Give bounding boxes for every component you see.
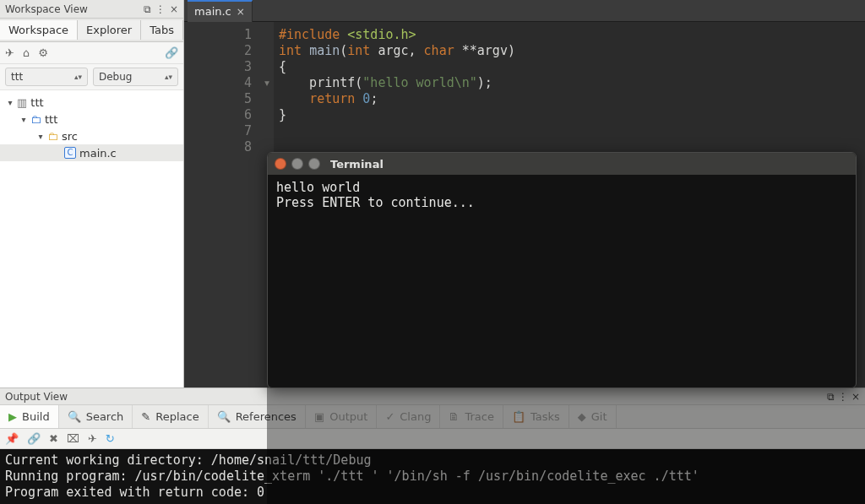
- workspace-view-title: Workspace View: [5, 3, 88, 15]
- magnifier-icon: 🔍: [68, 410, 81, 423]
- tree-twisty-icon[interactable]: ▾: [19, 115, 29, 124]
- sidebar-tabbar: Workspace Explorer Tabs ◂▸: [0, 19, 183, 42]
- editor-tab-main-c[interactable]: main.c ×: [188, 0, 253, 22]
- output-tab-label: Output: [329, 410, 367, 423]
- sidebar-toolbar: ✈ ⌂ ⚙ 🔗: [0, 42, 183, 64]
- panel-menu-icon[interactable]: ⋮: [838, 391, 848, 403]
- output-tab-label: Trace: [465, 410, 494, 423]
- output-tab-label: Git: [591, 410, 607, 423]
- plane-icon[interactable]: ✈: [88, 432, 97, 445]
- tree-node-label: src: [62, 130, 78, 143]
- tree-node-ttt[interactable]: ▾▥ttt: [0, 94, 183, 111]
- output-tab-search[interactable]: 🔍Search: [59, 405, 133, 428]
- tree-node-main-c[interactable]: Cmain.c: [0, 144, 183, 161]
- x-icon[interactable]: ✖: [49, 432, 58, 445]
- clear-icon[interactable]: ⌧: [67, 432, 79, 445]
- tree-node-src[interactable]: ▾🗀src: [0, 127, 183, 144]
- output-tab-replace[interactable]: ✎Replace: [133, 405, 208, 428]
- output-tab-trace[interactable]: 🗎Trace: [440, 405, 503, 428]
- output-tab-build[interactable]: ▶Build: [0, 405, 59, 428]
- git-dim-icon: ◆: [578, 410, 586, 423]
- tree-node-label: ttt: [30, 96, 43, 109]
- panel-detach-icon[interactable]: ⧉: [827, 391, 835, 403]
- sidebar-tab-workspace[interactable]: Workspace: [0, 20, 78, 40]
- output-tab-label: Tasks: [530, 410, 560, 423]
- panel-detach-icon[interactable]: ⧉: [141, 3, 153, 15]
- page-dim-icon: 🗎: [449, 410, 460, 423]
- link-icon[interactable]: 🔗: [165, 46, 178, 59]
- check-dim-icon: ✓: [385, 410, 394, 423]
- tree-twisty-icon[interactable]: ▾: [5, 98, 15, 107]
- output-tab-clang[interactable]: ✓Clang: [377, 405, 440, 428]
- line-number-gutter: 1 2 3 4 5 6 7 8: [184, 22, 260, 387]
- panel-close-icon[interactable]: ×: [851, 391, 860, 403]
- tree-twisty-icon[interactable]: ▾: [35, 132, 46, 141]
- window-close-button[interactable]: [275, 158, 286, 170]
- workspace-view-titlebar: Workspace View ⧉ ⋮ ×: [0, 0, 183, 19]
- output-text[interactable]: Current working directory: /home/snail/t…: [0, 449, 865, 504]
- panel-menu-icon[interactable]: ⋮: [155, 3, 166, 15]
- config-selector[interactable]: Debug ▴▾: [93, 68, 178, 86]
- output-tab-label: References: [236, 410, 296, 423]
- folder-yellow-icon: 🗀: [47, 130, 58, 143]
- output-tab-label: Search: [86, 410, 124, 423]
- terminal-title: Terminal: [330, 158, 384, 171]
- project-tree[interactable]: ▾▥ttt▾🗀ttt▾🗀srcCmain.c: [0, 90, 183, 387]
- home-icon[interactable]: ⌂: [23, 46, 30, 59]
- project-selector-value: ttt: [11, 71, 23, 83]
- terminal-body[interactable]: hello world Press ENTER to continue...: [268, 175, 856, 215]
- output-tab-tasks[interactable]: 📋Tasks: [503, 405, 569, 428]
- terminal-titlebar[interactable]: Terminal: [268, 153, 856, 175]
- pin-icon[interactable]: 📌: [5, 432, 19, 445]
- magnifier-icon: 🔍: [217, 410, 231, 423]
- output-tab-label: Build: [22, 410, 50, 423]
- sidebar-selectors: ttt ▴▾ Debug ▴▾: [0, 64, 183, 90]
- output-toolbar: 📌 🔗 ✖ ⌧ ✈ ↻: [0, 429, 865, 449]
- pencil-icon: ✎: [141, 410, 150, 423]
- terminal-window[interactable]: Terminal hello world Press ENTER to cont…: [267, 152, 857, 388]
- clipboard-dim-icon: 📋: [512, 410, 525, 423]
- play-green-icon: ▶: [8, 410, 17, 423]
- sidebar-tab-tabs[interactable]: Tabs: [141, 20, 183, 40]
- output-tab-label: Replace: [155, 410, 199, 423]
- window-maximize-button[interactable]: [308, 158, 320, 170]
- output-tab-references[interactable]: 🔍References: [209, 405, 306, 428]
- editor-tab-label: main.c: [194, 5, 231, 18]
- terminal-dim-icon: ▣: [314, 410, 324, 423]
- project-selector[interactable]: ttt ▴▾: [5, 68, 88, 86]
- link-icon[interactable]: 🔗: [27, 432, 41, 445]
- output-tabbar: ▶Build🔍Search✎Replace🔍References▣Output✓…: [0, 405, 865, 429]
- tree-node-ttt[interactable]: ▾🗀ttt: [0, 111, 183, 127]
- output-view-titlebar: Output View ⧉ ⋮ ×: [0, 388, 865, 405]
- sidebar-tab-explorer[interactable]: Explorer: [78, 20, 141, 40]
- output-view-panel: Output View ⧉ ⋮ × ▶Build🔍Search✎Replace🔍…: [0, 387, 865, 504]
- refresh-icon[interactable]: ↻: [106, 432, 115, 445]
- chevron-updown-icon: ▴▾: [74, 73, 82, 81]
- config-selector-value: Debug: [99, 71, 132, 83]
- tree-node-label: main.c: [79, 147, 117, 160]
- workspace-icon: ▥: [17, 96, 27, 109]
- tree-node-label: ttt: [45, 113, 57, 126]
- gear-icon[interactable]: ⚙: [38, 46, 48, 59]
- output-tab-git[interactable]: ◆Git: [569, 405, 617, 428]
- window-minimize-button[interactable]: [291, 158, 303, 170]
- panel-close-icon[interactable]: ×: [168, 3, 180, 15]
- folder-blue-icon: 🗀: [30, 113, 41, 126]
- chevron-updown-icon: ▴▾: [165, 73, 172, 81]
- close-icon[interactable]: ×: [237, 6, 245, 18]
- editor-tabbar: main.c ×: [184, 0, 865, 22]
- c-file-icon: C: [64, 147, 76, 159]
- plane-icon[interactable]: ✈: [5, 46, 14, 59]
- workspace-view-panel: Workspace View ⧉ ⋮ × Workspace Explorer …: [0, 0, 184, 387]
- output-tab-output[interactable]: ▣Output: [306, 405, 377, 428]
- output-view-title: Output View: [5, 391, 68, 403]
- output-tab-label: Clang: [400, 410, 431, 423]
